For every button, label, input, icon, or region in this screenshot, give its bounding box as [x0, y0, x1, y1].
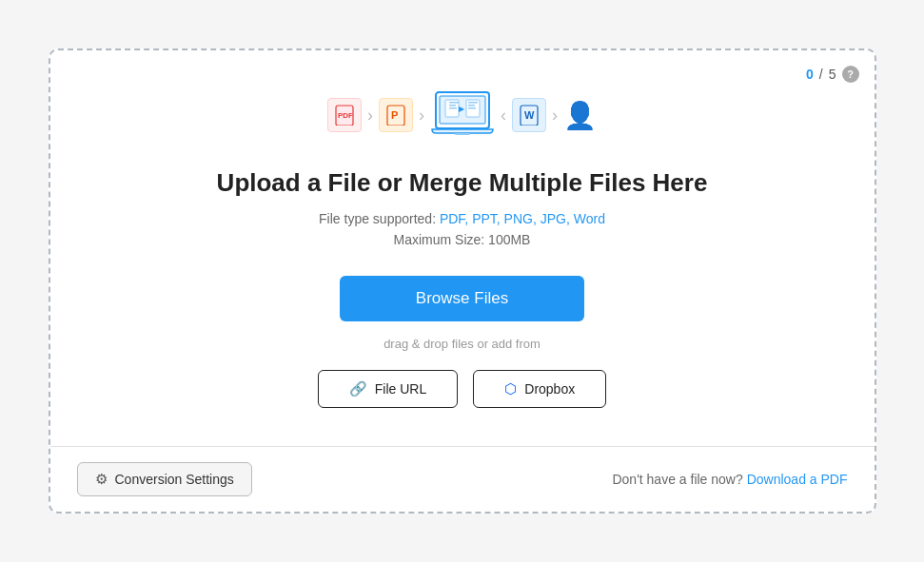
arrow-1: › — [367, 106, 373, 126]
svg-rect-15 — [455, 133, 470, 135]
svg-text:W: W — [524, 109, 535, 121]
gear-icon: ⚙ — [95, 471, 108, 488]
max-size-label: Maximum Size: 100MB — [394, 232, 531, 247]
dropbox-button[interactable]: ⬡ Dropbox — [473, 370, 606, 408]
dropbox-icon: ⬡ — [504, 380, 517, 397]
svg-rect-11 — [468, 102, 478, 104]
file-types-label: File type supported: PDF, PPT, PNG, JPG,… — [319, 211, 605, 226]
svg-rect-7 — [449, 102, 459, 104]
arrow-4: › — [552, 106, 558, 126]
person-icon: 👤 — [563, 100, 597, 131]
download-pdf-link[interactable]: Download a PDF — [747, 472, 848, 487]
main-content-area: PDF › P › — [50, 50, 875, 446]
counter-current: 0 — [806, 67, 814, 82]
svg-text:P: P — [391, 109, 398, 121]
download-prompt: Don't have a file now? Download a PDF — [612, 472, 847, 487]
laptop-icon: ▶ — [430, 88, 495, 142]
counter-total: 5 — [829, 67, 836, 82]
file-url-button[interactable]: 🔗 File URL — [318, 370, 458, 408]
drag-drop-text: drag & drop files or add from — [383, 337, 541, 351]
file-counter: 0 / 5 ? — [806, 66, 858, 83]
link-icon: 🔗 — [349, 380, 367, 397]
download-prefix: Don't have a file now? — [612, 472, 742, 487]
arrow-2: › — [419, 106, 424, 126]
format-icon-row: PDF › P › — [327, 88, 597, 142]
secondary-buttons-row: 🔗 File URL ⬡ Dropbox — [318, 370, 606, 408]
help-icon[interactable]: ? — [842, 66, 859, 83]
file-types-prefix: File type supported: — [319, 211, 440, 226]
arrow-3: ‹ — [501, 106, 506, 126]
svg-text:▶: ▶ — [459, 105, 465, 113]
page-title: Upload a File or Merge Multiple Files He… — [217, 168, 708, 198]
svg-text:PDF: PDF — [338, 111, 353, 120]
upload-container: 0 / 5 ? PDF › P › — [49, 48, 876, 514]
conversion-settings-button[interactable]: ⚙ Conversion Settings — [77, 462, 252, 496]
ppt-icon: P — [379, 98, 413, 132]
svg-rect-12 — [468, 105, 475, 107]
footer-bar: ⚙ Conversion Settings Don't have a file … — [50, 446, 875, 512]
pdf-icon: PDF — [327, 98, 362, 132]
file-types-list: PDF, PPT, PNG, JPG, Word — [440, 211, 605, 226]
svg-rect-13 — [468, 107, 476, 109]
counter-separator: / — [819, 67, 823, 82]
svg-rect-8 — [449, 105, 456, 107]
browse-files-button[interactable]: Browse Files — [340, 276, 584, 321]
word-icon: W — [512, 98, 546, 132]
svg-rect-9 — [449, 107, 457, 109]
